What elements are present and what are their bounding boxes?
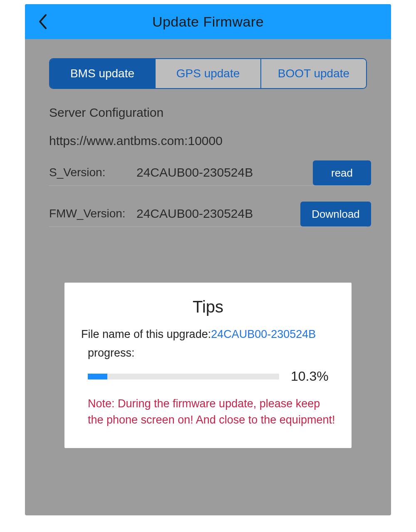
fmw-version-label: FMW_Version: bbox=[49, 207, 136, 220]
tips-modal: Tips File name of this upgrade:24CAUB00-… bbox=[64, 283, 352, 448]
s-version-label: S_Version: bbox=[49, 166, 136, 179]
s-version-row: S_Version: 24CAUB00-230524B read bbox=[49, 165, 367, 186]
progress-row: 10.3% bbox=[88, 369, 337, 384]
firmware-update-screen: Update Firmware BMS update GPS update BO… bbox=[25, 4, 391, 515]
tab-gps-update[interactable]: GPS update bbox=[156, 59, 261, 88]
tab-bms-update[interactable]: BMS update bbox=[50, 59, 156, 88]
progress-percent-text: 10.3% bbox=[291, 369, 337, 384]
fmw-version-row: FMW_Version: 24CAUB00-230524B Download bbox=[49, 207, 367, 227]
tab-boot-update[interactable]: BOOT update bbox=[261, 59, 366, 88]
back-button[interactable] bbox=[34, 13, 51, 30]
progress-bar bbox=[88, 374, 279, 379]
upgrade-file-line: File name of this upgrade:24CAUB00-23052… bbox=[81, 328, 337, 341]
chevron-left-icon bbox=[37, 13, 47, 30]
header-bar: Update Firmware bbox=[25, 4, 391, 39]
page-title: Update Firmware bbox=[25, 14, 391, 30]
progress-label: progress: bbox=[88, 347, 337, 360]
modal-title: Tips bbox=[79, 298, 337, 316]
warning-note: Note: During the firmware update, please… bbox=[88, 396, 337, 428]
progress-bar-fill bbox=[88, 374, 107, 379]
read-button[interactable]: read bbox=[313, 160, 371, 185]
update-tabbar: BMS update GPS update BOOT update bbox=[49, 58, 367, 89]
download-button[interactable]: Download bbox=[300, 202, 371, 227]
upgrade-file-label: File name of this upgrade: bbox=[81, 328, 211, 340]
upgrade-file-name: 24CAUB00-230524B bbox=[211, 328, 316, 340]
server-url-value: https://www.antbms.com:10000 bbox=[49, 134, 391, 148]
server-config-label: Server Configuration bbox=[49, 106, 391, 120]
